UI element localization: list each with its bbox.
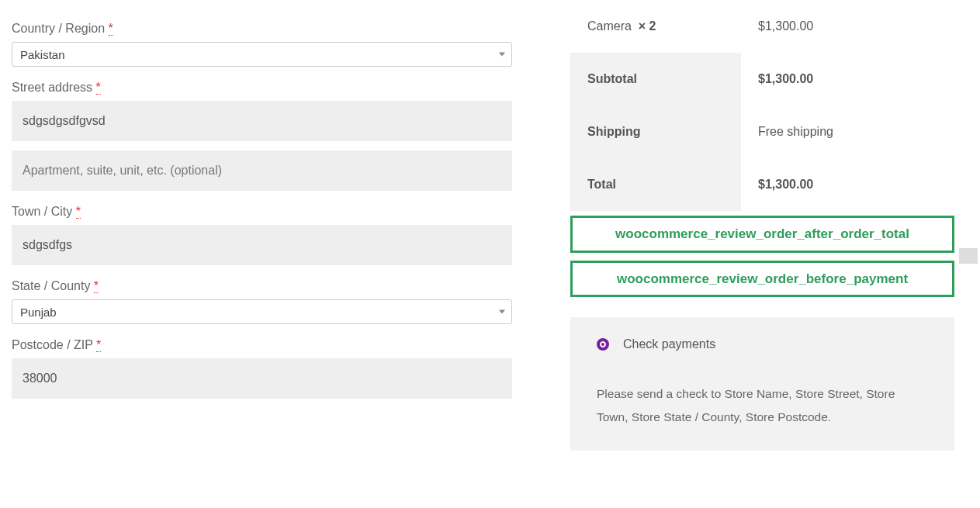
- street-label-text: Street address: [12, 81, 92, 94]
- state-select[interactable]: Punjab: [12, 299, 512, 324]
- country-select-value: Pakistan: [20, 48, 65, 61]
- postcode-label: Postcode / ZIP *: [12, 338, 512, 352]
- city-input[interactable]: [12, 225, 512, 265]
- postcode-field: Postcode / ZIP *: [12, 338, 512, 399]
- product-qty: × 2: [639, 19, 656, 33]
- country-label: Country / Region *: [12, 22, 512, 36]
- shipping-value: Free shipping: [741, 105, 954, 158]
- postcode-label-text: Postcode / ZIP: [12, 338, 93, 351]
- state-label-text: State / County: [12, 279, 90, 292]
- total-value: $1,300.00: [741, 158, 954, 211]
- chevron-down-icon: [499, 53, 505, 57]
- payment-section: Check payments Please send a check to St…: [570, 317, 954, 451]
- payment-method-label: Check payments: [623, 337, 715, 351]
- subtotal-value: $1,300.00: [741, 53, 954, 105]
- payment-method-check[interactable]: Check payments: [597, 337, 928, 351]
- order-review: Camera × 2 $1,300.00 Subtotal $1,300.00 …: [570, 0, 954, 451]
- payment-description: Please send a check to Store Name, Store…: [597, 382, 928, 429]
- country-label-text: Country / Region: [12, 22, 105, 35]
- radio-selected-icon: [597, 338, 609, 351]
- country-select[interactable]: Pakistan: [12, 42, 512, 67]
- product-name: Camera: [587, 19, 632, 33]
- street-field: Street address *: [12, 81, 512, 191]
- chevron-down-icon: [499, 310, 505, 314]
- subtotal-label: Subtotal: [570, 53, 741, 105]
- required-mark: *: [94, 279, 99, 293]
- product-total-cell: $1,300.00: [741, 0, 954, 53]
- billing-form: Country / Region * Pakistan Street addre…: [12, 0, 512, 413]
- required-mark: *: [96, 338, 101, 352]
- scrollbar-hint: [959, 248, 978, 264]
- hook-after-order-total: woocommerce_review_order_after_order_tot…: [570, 216, 954, 253]
- postcode-input[interactable]: [12, 358, 512, 399]
- required-mark: *: [109, 22, 113, 36]
- state-select-value: Punjab: [20, 306, 57, 319]
- shipping-label: Shipping: [570, 105, 741, 158]
- city-label-text: Town / City: [12, 205, 72, 218]
- state-label: State / County *: [12, 279, 512, 293]
- required-mark: *: [96, 81, 101, 95]
- order-summary-table: Camera × 2 $1,300.00 Subtotal $1,300.00 …: [570, 0, 954, 211]
- state-field: State / County * Punjab: [12, 279, 512, 324]
- country-field: Country / Region * Pakistan: [12, 22, 512, 67]
- required-mark: *: [76, 205, 81, 219]
- table-row: Subtotal $1,300.00: [570, 53, 954, 105]
- city-field: Town / City *: [12, 205, 512, 265]
- table-row: Total $1,300.00: [570, 158, 954, 211]
- street-address-input[interactable]: [12, 101, 512, 141]
- table-row: Camera × 2 $1,300.00: [570, 0, 954, 53]
- city-label: Town / City *: [12, 205, 512, 219]
- table-row: Shipping Free shipping: [570, 105, 954, 158]
- street-label: Street address *: [12, 81, 512, 95]
- product-name-cell: Camera × 2: [570, 0, 741, 53]
- total-label: Total: [570, 158, 741, 211]
- street-address-2-input[interactable]: [12, 150, 512, 191]
- hook-before-payment: woocommerce_review_order_before_payment: [570, 261, 954, 298]
